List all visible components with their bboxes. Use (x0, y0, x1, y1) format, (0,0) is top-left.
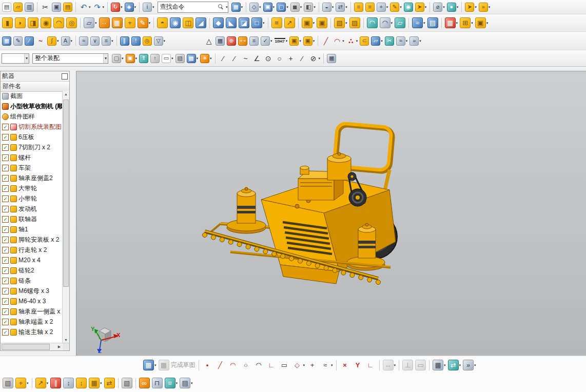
isometric-box-button[interactable]: ▧ (121, 377, 133, 389)
sew-button[interactable]: ≈▾ (412, 17, 426, 29)
new-file-button[interactable]: ▤ (2, 2, 12, 12)
navigator-column-header[interactable]: 部件名 (1, 82, 69, 92)
assembly-tree-item[interactable]: ✓M6-40 x 3 (1, 296, 63, 306)
histogram-button[interactable]: ∥ (120, 36, 130, 46)
offset-sketch-curve-dropdown[interactable]: ▾ (331, 363, 333, 367)
search-icon[interactable] (218, 4, 224, 10)
assembly-tree-item[interactable]: ✓车架 (1, 163, 63, 173)
arc-3pt-button[interactable]: ◠ (253, 359, 265, 371)
more-commands-dropdown[interactable]: ▾ (489, 5, 491, 9)
snap-angle-button[interactable]: ∠ (252, 53, 262, 64)
assembly-tree-item[interactable]: ✓6压板 (1, 132, 63, 142)
point-cloud-dropdown[interactable]: ▾ (356, 39, 358, 43)
arc-points-button[interactable]: ◠▾ (332, 36, 345, 46)
text-tool-button[interactable]: A▾ (61, 36, 73, 46)
fillet-sketch-button[interactable]: ∟ (266, 359, 278, 371)
point-plus-button[interactable]: + (306, 359, 318, 371)
redo-button[interactable]: ↷▾ (92, 2, 105, 12)
arc-button[interactable]: ◠ (227, 359, 239, 371)
pan-rotate-button[interactable]: ⇄▾ (335, 2, 348, 12)
tree-item-checkbox[interactable]: ✓ (2, 308, 9, 315)
shaded-view-button[interactable]: ◧▾ (303, 2, 316, 12)
tree-item-checkbox[interactable]: ✓ (2, 216, 9, 223)
sync-pull-face-button[interactable]: ▨ (349, 17, 361, 29)
quick-extend-button[interactable]: Y (352, 359, 364, 371)
more-shape-button[interactable]: ▣▾ (475, 17, 489, 29)
more-feature-dropdown[interactable]: ▾ (313, 21, 315, 25)
point-set-button[interactable]: ·· (99, 17, 110, 29)
touch-mode-button[interactable]: ◈▾ (124, 2, 137, 12)
torus-button[interactable]: ◎ (142, 36, 152, 46)
curve-analysis-button[interactable]: ≈ (79, 36, 89, 46)
rapid-dimension-dropdown[interactable]: ▾ (394, 363, 396, 367)
assembly-tree-item[interactable]: ✓M20 x 4 (1, 255, 63, 265)
command-search-box[interactable]: 查找命令 ▾ (158, 2, 228, 13)
line-tool-button[interactable]: ╱ (321, 36, 331, 46)
assembly-tree-item[interactable]: ✓轴承座侧盖2 (1, 173, 63, 183)
sync-move-face-dropdown[interactable]: ▾ (345, 21, 347, 25)
surface-curve-dropdown[interactable]: ▾ (381, 39, 383, 43)
mirror-curve-button[interactable]: ⇄▾ (447, 359, 462, 371)
tree-item-checkbox[interactable]: ✓ (2, 175, 9, 182)
assembly-tree-item[interactable]: ✓轴承座一侧盖 x (1, 306, 63, 317)
highlight-dropdown[interactable]: ▾ (210, 56, 212, 61)
info-list-button[interactable]: ≡▾ (101, 36, 114, 46)
snap-intersection-button[interactable]: ∕ (297, 53, 307, 64)
snapshot-dropdown[interactable]: ▾ (425, 5, 427, 9)
paste-button[interactable]: ▤ (63, 2, 73, 12)
swept-dropdown[interactable]: ▾ (391, 21, 393, 25)
exploded-view-button[interactable]: ↕ (75, 377, 87, 389)
offset-face-button[interactable]: ≡ (271, 17, 283, 29)
profile-button[interactable]: ╱ (214, 359, 226, 371)
extrude-button[interactable]: ◨ (27, 17, 39, 29)
selection-type-combo[interactable]: ▾ (2, 53, 29, 64)
mirror-assembly-button[interactable]: ⇄ (104, 377, 115, 389)
filter-button[interactable]: ▽▾ (153, 36, 166, 46)
arc-points-dropdown[interactable]: ▾ (342, 39, 344, 43)
snapshot-button[interactable]: ➤▾ (415, 2, 427, 12)
tree-item-checkbox[interactable]: ✓ (2, 226, 9, 233)
pattern-component-dropdown[interactable]: ▾ (100, 381, 102, 385)
assembly-tree-item[interactable]: ✓M6螺母 x 3 (1, 286, 63, 296)
save-button[interactable]: ▥ (24, 2, 34, 12)
rib-button[interactable]: ◫ (182, 17, 194, 29)
window-layout-dropdown[interactable]: ▾ (241, 5, 243, 9)
pattern-face-button[interactable]: ▦▾ (444, 17, 459, 29)
selection-filter-dropdown[interactable]: ▾ (122, 56, 124, 61)
sketch-more-button[interactable]: »▾ (462, 359, 477, 371)
snap-disable-button[interactable]: ⊘▾ (308, 53, 321, 64)
patch-button[interactable]: ▤ (427, 17, 439, 29)
assembly-tree-item[interactable]: ✓链条 (1, 276, 63, 286)
tube-button[interactable]: ◎ (66, 17, 77, 29)
tree-item-checkbox[interactable]: ✓ (2, 124, 9, 130)
tree-item-checkbox[interactable]: ✓ (2, 288, 9, 295)
shell-dropdown[interactable]: ▾ (263, 21, 265, 25)
pattern-component-button[interactable]: ▦▾ (88, 377, 103, 389)
law-curve-dropdown[interactable]: ▾ (57, 39, 59, 43)
tolerance-10h7-button[interactable]: 10H7▾ (274, 37, 288, 45)
assembly-tree-item[interactable]: ✓7切割刀 x 2 (1, 142, 63, 152)
boss-button[interactable]: ◓ (157, 17, 168, 29)
chain-link-button[interactable]: ∞ (139, 377, 150, 389)
selection-scope-dropdown[interactable]: ▾ (103, 54, 108, 63)
assembly-tree-item[interactable]: 截面 (1, 91, 63, 101)
tree-item-checkbox[interactable]: ✓ (2, 154, 9, 161)
point-cloud-button[interactable]: ∴▾ (346, 36, 359, 46)
sketch-point-button[interactable]: • (202, 359, 213, 371)
target-point-button[interactable]: ⊕ (226, 36, 237, 46)
window-box-button[interactable]: ▧ (2, 377, 14, 389)
view-orient-dropdown[interactable]: ▾ (259, 5, 261, 9)
assembly-tree-item[interactable]: ✓脚轮安装板 x 2 (1, 234, 63, 245)
measure-button[interactable]: ⌀▾ (433, 2, 445, 12)
tree-item-checkbox[interactable]: ✓ (2, 144, 9, 151)
text-tool-dropdown[interactable]: ▾ (71, 39, 73, 43)
part-family-button[interactable]: ≡ (365, 2, 375, 12)
studio-spline-button[interactable]: ~ (35, 36, 46, 46)
deviation-gauge-button[interactable]: ∨ (90, 36, 100, 46)
scroll-right-icon[interactable]: ▶ (56, 344, 63, 350)
edge-blend-button[interactable]: ◆ (212, 17, 224, 29)
snap-point-options-dropdown[interactable]: ▾ (135, 56, 138, 61)
assoc-copy-button[interactable]: ▣ (316, 17, 328, 29)
check-mate-button[interactable]: ✓▾ (260, 36, 273, 46)
fit-view-dropdown[interactable]: ▾ (286, 5, 288, 9)
